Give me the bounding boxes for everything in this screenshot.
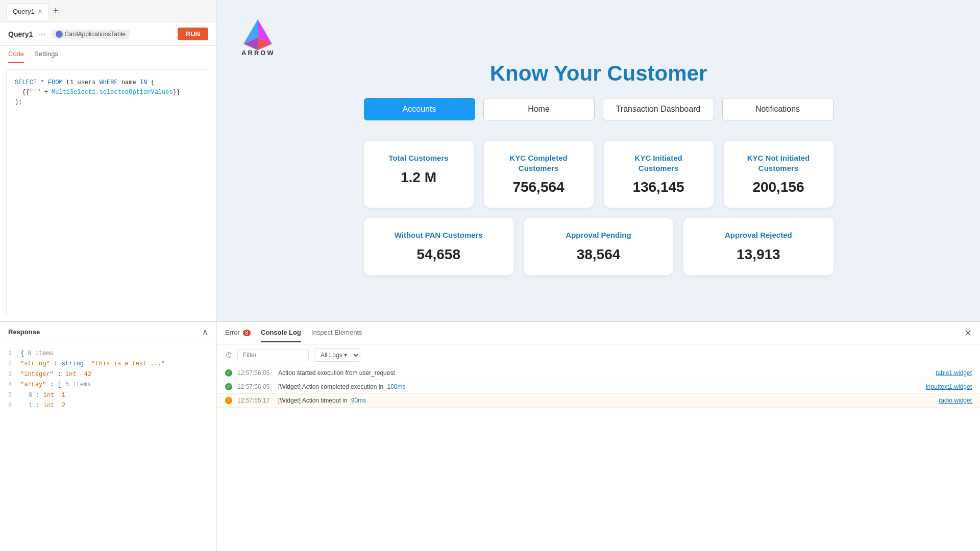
stat-card-kyc-completed: KYC Completed Customers 756,564 <box>484 141 594 208</box>
stat-label-kyc-initiated: KYC Initiated Customers <box>614 153 703 173</box>
stat-label-approval-pending: Approval Pending <box>534 230 663 240</box>
arrow-logo-icon: ARROW <box>237 15 278 56</box>
stat-label-without-pan: Without PAN Customers <box>374 230 503 240</box>
right-panel: ARROW Know Your Customer Accounts Home T… <box>217 0 980 321</box>
code-tabs: Code Settings <box>0 46 216 63</box>
query-tab-active[interactable]: Query1 ✕ <box>6 3 49 20</box>
stat-value-kyc-completed: 756,564 <box>494 179 583 195</box>
tab-close-icon[interactable]: ✕ <box>38 8 42 15</box>
tab-code[interactable]: Code <box>8 46 24 63</box>
response-line-5: 5 0 : int 1 <box>8 390 208 400</box>
log-widget-ref-1[interactable]: table1.widget <box>936 369 972 377</box>
response-line-6: 6 1 : int 2 <box>8 400 208 411</box>
code-line-2: {{"'" + MultiSelect1.selectedOptionValue… <box>15 88 202 97</box>
stat-value-approval-pending: 38,564 <box>534 246 663 263</box>
code-line-3: ); <box>15 97 202 107</box>
console-close-button[interactable]: ✕ <box>964 328 972 339</box>
response-title: Response <box>8 328 40 336</box>
log-widget-ref-2[interactable]: inputtext1.widget <box>926 383 972 390</box>
bottom-panel: Response ∧ 1 { 8 items 2 "string" : stri… <box>0 321 980 551</box>
tab-console-log[interactable]: Console Log <box>261 323 301 342</box>
log-ms-2: 100ms <box>387 383 405 390</box>
add-tab-button[interactable]: + <box>49 4 63 18</box>
log-row-3: ! 12:57:55.17 [Widget] Action timeout in… <box>217 394 980 408</box>
nav-btn-transaction-dashboard[interactable]: Transaction Dashboard <box>603 98 714 120</box>
console-panel: Error 8 Console Log Inspect Elements ✕ ⏱… <box>217 322 980 551</box>
log-widget-ref-3[interactable]: radio.widget <box>939 397 972 404</box>
tab-inspect-elements[interactable]: Inspect Elements <box>311 323 362 342</box>
run-button[interactable]: RUN <box>178 28 208 40</box>
log-ms-3: 90ms <box>351 397 366 404</box>
warning-icon-3: ! <box>225 397 232 404</box>
stat-value-total-customers: 1.2 M <box>374 169 463 186</box>
response-body: 1 { 8 items 2 "string" : string "this is… <box>0 342 216 551</box>
svg-text:ARROW: ARROW <box>241 49 275 56</box>
stat-label-total-customers: Total Customers <box>374 153 463 163</box>
code-line-1: SELECT * FROM t1_users WHERE name IN ( <box>15 78 202 88</box>
stat-value-approval-rejected: 13,913 <box>694 246 823 263</box>
log-time-3: 12:57:55.17 <box>237 397 273 404</box>
stats-grid-row2: Without PAN Customers 54,658 Approval Pe… <box>364 218 834 275</box>
response-panel: Response ∧ 1 { 8 items 2 "string" : stri… <box>0 322 217 551</box>
log-time-1: 12:57:56.05 <box>237 369 273 377</box>
nav-buttons: Accounts Home Transaction Dashboard Noti… <box>364 98 834 120</box>
log-level-select[interactable]: All Logs ▾ <box>314 348 360 362</box>
clock-icon: ⏱ <box>225 351 232 359</box>
query-db-indicator: CardApplicationsTable <box>52 30 130 39</box>
stat-value-without-pan: 54,658 <box>374 246 503 263</box>
page-title: Know Your Customer <box>237 61 960 86</box>
success-icon-2: ✓ <box>225 383 232 390</box>
response-line-3: 3 "integer" : int 42 <box>8 369 208 380</box>
logo-area: ARROW <box>237 15 278 56</box>
response-line-1: 1 { 8 items <box>8 348 208 359</box>
stat-card-without-pan: Without PAN Customers 54,658 <box>364 218 513 275</box>
stat-label-kyc-completed: KYC Completed Customers <box>494 153 583 173</box>
query-name-label: Query1 <box>8 30 33 38</box>
console-log-body: ✓ 12:57:56.05 Action started execution f… <box>217 366 980 551</box>
db-icon <box>56 31 63 38</box>
stat-value-kyc-initiated: 136,145 <box>614 179 703 195</box>
stat-card-kyc-initiated: KYC Initiated Customers 136,145 <box>604 141 714 208</box>
response-line-4: 4 "array" : [ 5 items <box>8 380 208 390</box>
tab-label: Query1 <box>13 8 35 15</box>
nav-btn-accounts[interactable]: Accounts <box>364 98 475 120</box>
stat-card-approval-rejected: Approval Rejected 13,913 <box>683 218 833 275</box>
log-text-3: [Widget] Action timeout in 90ms <box>278 397 934 404</box>
console-tabs-bar: Error 8 Console Log Inspect Elements ✕ <box>217 322 980 344</box>
log-text-2: [Widget] Action completed execution in 1… <box>278 383 921 390</box>
filter-input[interactable] <box>237 349 309 361</box>
stats-grid-row1: Total Customers 1.2 M KYC Completed Cust… <box>364 141 834 208</box>
stat-card-kyc-not-initiated: KYC Not Initiated Customers 200,156 <box>724 141 834 208</box>
log-text-1: Action started execution from user_reque… <box>278 369 930 377</box>
nav-btn-notifications[interactable]: Notifications <box>722 98 834 120</box>
db-label: CardApplicationsTable <box>65 31 126 38</box>
tabs-bar: Query1 ✕ + <box>0 0 216 22</box>
stat-card-total-customers: Total Customers 1.2 M <box>364 141 474 208</box>
query-header: Query1 ··· CardApplicationsTable RUN <box>0 22 216 46</box>
nav-btn-home[interactable]: Home <box>483 98 595 120</box>
stat-value-kyc-not-initiated: 200,156 <box>734 179 823 195</box>
stat-label-approval-rejected: Approval Rejected <box>694 230 823 240</box>
log-row-1: ✓ 12:57:56.05 Action started execution f… <box>217 366 980 380</box>
left-panel: Query1 ✕ + Query1 ··· CardApplicationsTa… <box>0 0 217 321</box>
tab-error[interactable]: Error 8 <box>225 323 251 342</box>
response-chevron-icon[interactable]: ∧ <box>202 327 208 337</box>
response-header: Response ∧ <box>0 322 216 342</box>
response-line-2: 2 "string" : string "this is a test ..." <box>8 359 208 369</box>
console-filter-bar: ⏱ All Logs ▾ <box>217 344 980 366</box>
log-time-2: 12:57:56.05 <box>237 383 273 390</box>
query-options-button[interactable]: ··· <box>38 30 46 39</box>
stat-card-approval-pending: Approval Pending 38,564 <box>524 218 673 275</box>
tab-settings[interactable]: Settings <box>34 46 58 63</box>
log-row-2: ✓ 12:57:56.05 [Widget] Action completed … <box>217 380 980 394</box>
stat-label-kyc-not-initiated: KYC Not Initiated Customers <box>734 153 823 173</box>
error-badge: 8 <box>243 330 251 336</box>
code-editor[interactable]: SELECT * FROM t1_users WHERE name IN ( {… <box>6 69 210 315</box>
success-icon-1: ✓ <box>225 369 232 377</box>
